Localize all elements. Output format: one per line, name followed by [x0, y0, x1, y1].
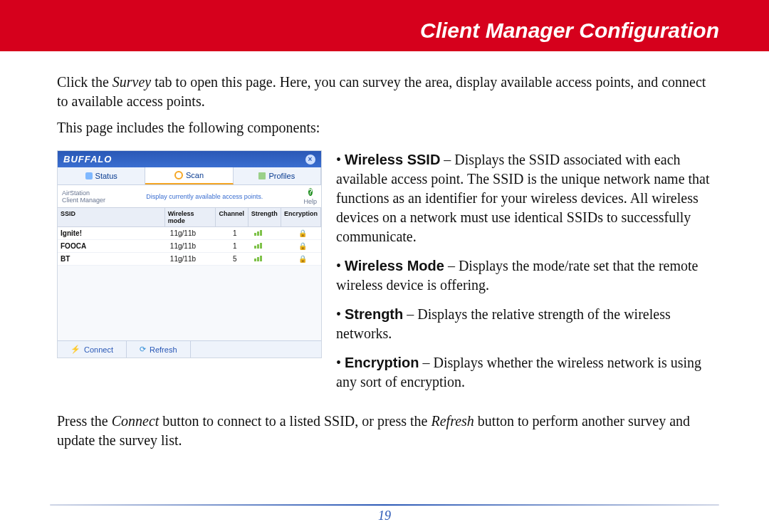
- connect-button[interactable]: ⚡Connect: [58, 341, 127, 358]
- screenshot-titlebar: BUFFALO ×: [58, 151, 321, 167]
- status-text: Display currently available access point…: [105, 193, 303, 200]
- lock-icon: 🔒: [298, 242, 307, 250]
- table-row[interactable]: Ignite! 11g/11b 1 🔒: [58, 227, 321, 240]
- lock-icon: 🔒: [298, 229, 307, 237]
- intro-paragraph-1: Click the Survey tab to open this page. …: [57, 73, 712, 111]
- antenna-icon: [85, 172, 93, 179]
- tab-profiles[interactable]: Profiles: [234, 167, 321, 184]
- client-manager-screenshot: BUFFALO × Status Scan Profiles AirStatio…: [57, 150, 322, 358]
- col-ssid: SSID: [58, 208, 165, 226]
- signal-bars-icon: [254, 230, 262, 236]
- bullet-strength: • Strength – Displays the relative stren…: [336, 305, 712, 343]
- tab-scan[interactable]: Scan: [145, 167, 233, 184]
- bullet-wireless-mode: • Wireless Mode – Displays the mode/rate…: [336, 256, 712, 295]
- app-sublabel: AirStationClient Manager: [62, 189, 105, 204]
- signal-bars-icon: [254, 256, 262, 261]
- refresh-term: Refresh: [431, 413, 474, 429]
- refresh-icon: ⟳: [140, 345, 146, 354]
- signal-bars-icon: [254, 243, 262, 249]
- footer-paragraph: Press the Connect button to connect to a…: [57, 412, 712, 450]
- intro-paragraph-2: This page includes the following compone…: [57, 118, 712, 137]
- screenshot-bottom-bar: ⚡Connect ⟳Refresh: [58, 340, 321, 358]
- tab-status[interactable]: Status: [58, 167, 145, 184]
- col-encryption: Encryption: [281, 208, 321, 226]
- list-icon: [258, 172, 266, 179]
- header-bar: Client Manager Configuration: [0, 0, 769, 51]
- table-row[interactable]: FOOCA 11g/11b 1 🔒: [58, 240, 321, 253]
- bullet-encryption: • Encryption – Displays whether the wire…: [336, 353, 712, 392]
- bolt-icon: ⚡: [70, 345, 80, 354]
- component-list: • Wireless SSID – Displays the SSID asso…: [336, 150, 712, 402]
- screenshot-tabs: Status Scan Profiles: [58, 167, 321, 185]
- search-icon: [174, 171, 183, 179]
- col-mode: Wireless mode: [165, 208, 216, 226]
- brand-logo: BUFFALO: [63, 154, 112, 165]
- survey-term: Survey: [113, 74, 151, 90]
- close-icon[interactable]: ×: [305, 155, 315, 165]
- table-row[interactable]: BT 11g/11b 5 🔒: [58, 253, 321, 266]
- footer-divider: [50, 504, 719, 506]
- bullet-wireless-ssid: • Wireless SSID – Displays the SSID asso…: [336, 150, 712, 246]
- col-channel: Channel: [216, 208, 249, 226]
- help-label: Help: [303, 198, 317, 205]
- col-strength: Strength: [249, 208, 281, 226]
- help-icon[interactable]: ?: [308, 188, 313, 196]
- scan-table-header: SSID Wireless mode Channel Strength Encr…: [58, 207, 321, 227]
- refresh-button[interactable]: ⟳Refresh: [127, 341, 191, 358]
- page-title: Client Manager Configuration: [420, 19, 719, 43]
- page-number: 19: [0, 508, 769, 523]
- connect-term: Connect: [112, 413, 159, 429]
- lock-icon: 🔒: [298, 255, 307, 263]
